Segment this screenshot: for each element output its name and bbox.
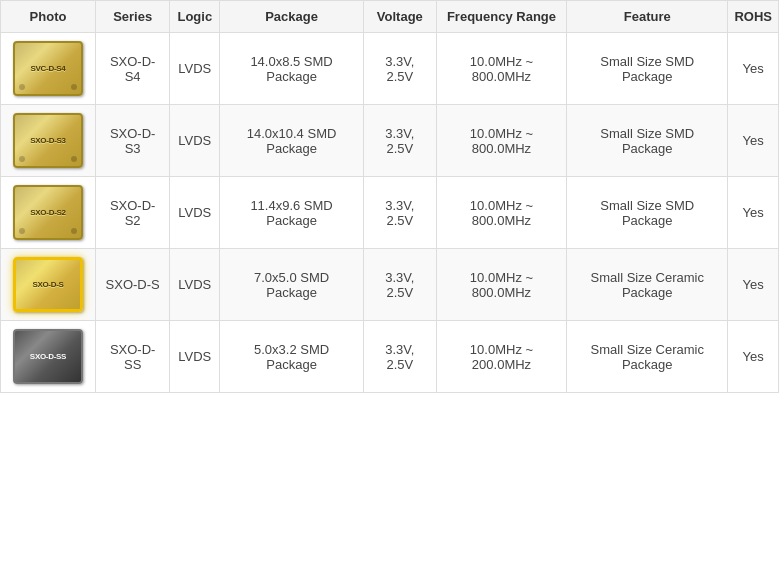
col-header-freq: Frequency Range — [436, 1, 566, 33]
frequency-cell: 10.0MHz ~ 800.0MHz — [436, 249, 566, 321]
table-row: SXO-D-S3SXO-D-S3LVDS14.0x10.4 SMD Packag… — [1, 105, 779, 177]
feature-cell: Small Size SMD Package — [567, 177, 728, 249]
logic-cell: LVDS — [170, 249, 220, 321]
feature-cell: Small Size SMD Package — [567, 33, 728, 105]
col-header-photo: Photo — [1, 1, 96, 33]
frequency-cell: 10.0MHz ~ 200.0MHz — [436, 321, 566, 393]
chip-image-ss: SXO-D-SS — [13, 329, 83, 384]
package-cell: 14.0x10.4 SMD Package — [220, 105, 364, 177]
table-row: SXO-D-S2SXO-D-S2LVDS11.4x9.6 SMD Package… — [1, 177, 779, 249]
table-header-row: Photo Series Logic Package Voltage Frequ… — [1, 1, 779, 33]
table-row: SVC-D-S4SXO-D-S4LVDS14.0x8.5 SMD Package… — [1, 33, 779, 105]
photo-cell: SXO-D-S — [1, 249, 96, 321]
col-header-feature: Feature — [567, 1, 728, 33]
rohs-cell: Yes — [728, 177, 779, 249]
col-header-voltage: Voltage — [363, 1, 436, 33]
series-cell: SXO-D-S4 — [96, 33, 170, 105]
series-cell: SXO-D-SS — [96, 321, 170, 393]
logic-cell: LVDS — [170, 321, 220, 393]
package-cell: 5.0x3.2 SMD Package — [220, 321, 364, 393]
photo-cell: SVC-D-S4 — [1, 33, 96, 105]
rohs-cell: Yes — [728, 321, 779, 393]
table-row: SXO-D-SSSXO-D-SSLVDS5.0x3.2 SMD Package3… — [1, 321, 779, 393]
frequency-cell: 10.0MHz ~ 800.0MHz — [436, 33, 566, 105]
chip-image-s4: SVC-D-S4 — [13, 41, 83, 96]
voltage-cell: 3.3V, 2.5V — [363, 249, 436, 321]
product-table: Photo Series Logic Package Voltage Frequ… — [0, 0, 779, 393]
chip-label: SVC-D-S4 — [31, 64, 66, 74]
series-cell: SXO-D-S — [96, 249, 170, 321]
feature-cell: Small Size Ceramic Package — [567, 321, 728, 393]
frequency-cell: 10.0MHz ~ 800.0MHz — [436, 105, 566, 177]
voltage-cell: 3.3V, 2.5V — [363, 33, 436, 105]
package-cell: 11.4x9.6 SMD Package — [220, 177, 364, 249]
chip-label: SXO-D-S — [32, 280, 63, 290]
package-cell: 7.0x5.0 SMD Package — [220, 249, 364, 321]
voltage-cell: 3.3V, 2.5V — [363, 177, 436, 249]
col-header-series: Series — [96, 1, 170, 33]
rohs-cell: Yes — [728, 105, 779, 177]
feature-cell: Small Size Ceramic Package — [567, 249, 728, 321]
chip-image-s3: SXO-D-S3 — [13, 113, 83, 168]
photo-cell: SXO-D-S2 — [1, 177, 96, 249]
package-cell: 14.0x8.5 SMD Package — [220, 33, 364, 105]
chip-label: SXO-D-S3 — [30, 136, 65, 146]
logic-cell: LVDS — [170, 105, 220, 177]
col-header-rohs: ROHS — [728, 1, 779, 33]
rohs-cell: Yes — [728, 249, 779, 321]
series-cell: SXO-D-S2 — [96, 177, 170, 249]
feature-cell: Small Size SMD Package — [567, 105, 728, 177]
voltage-cell: 3.3V, 2.5V — [363, 105, 436, 177]
series-cell: SXO-D-S3 — [96, 105, 170, 177]
frequency-cell: 10.0MHz ~ 800.0MHz — [436, 177, 566, 249]
chip-image-s2: SXO-D-S2 — [13, 185, 83, 240]
chip-label: SXO-D-SS — [30, 352, 66, 362]
rohs-cell: Yes — [728, 33, 779, 105]
logic-cell: LVDS — [170, 177, 220, 249]
chip-image-s: SXO-D-S — [13, 257, 83, 312]
table-row: SXO-D-SSXO-D-SLVDS7.0x5.0 SMD Package3.3… — [1, 249, 779, 321]
voltage-cell: 3.3V, 2.5V — [363, 321, 436, 393]
photo-cell: SXO-D-S3 — [1, 105, 96, 177]
chip-label: SXO-D-S2 — [30, 208, 65, 218]
col-header-package: Package — [220, 1, 364, 33]
col-header-logic: Logic — [170, 1, 220, 33]
photo-cell: SXO-D-SS — [1, 321, 96, 393]
logic-cell: LVDS — [170, 33, 220, 105]
